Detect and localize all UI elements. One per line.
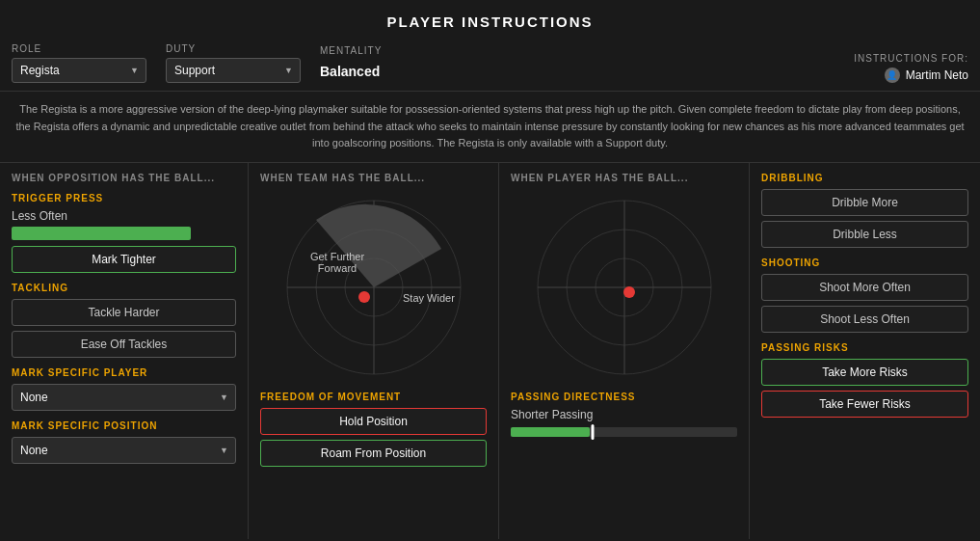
take-more-risks-button[interactable]: Take More Risks — [761, 359, 968, 386]
passing-bar-fill — [511, 427, 590, 437]
role-label: ROLE — [12, 43, 146, 54]
freedom-label: FREEDOM OF MOVEMENT — [260, 392, 487, 402]
left-column: WHEN OPPOSITION HAS THE BALL... TRIGGER … — [0, 163, 249, 539]
mark-tighter-button[interactable]: Mark Tighter — [12, 246, 236, 273]
instructions-for-group: INSTRUCTIONS FOR: 👤 Martim Neto — [854, 53, 968, 83]
mark-specific-position-select-box[interactable]: None — [12, 437, 236, 464]
center-column: WHEN PLAYER HAS THE BALL... PASSING DIRE… — [499, 163, 750, 539]
svg-text:Forward: Forward — [317, 262, 356, 274]
mentality-group: MENTALITY Balanced — [320, 45, 382, 83]
svg-text:Stay Wider: Stay Wider — [403, 292, 455, 304]
center-section-title: WHEN PLAYER HAS THE BALL... — [511, 173, 737, 183]
ease-off-tackles-button[interactable]: Ease Off Tackles — [12, 331, 236, 358]
player-name: 👤 Martim Neto — [885, 68, 968, 83]
shoot-more-often-button[interactable]: Shoot More Often — [761, 274, 968, 301]
middle-column: WHEN TEAM HAS THE BALL... Get Further Fo… — [249, 163, 499, 539]
middle-section-title: WHEN TEAM HAS THE BALL... — [260, 173, 487, 183]
role-select[interactable]: Regista — [12, 58, 146, 83]
mark-specific-position-wrapper: None — [12, 437, 236, 464]
main-content: WHEN OPPOSITION HAS THE BALL... TRIGGER … — [0, 163, 980, 539]
svg-point-18 — [623, 286, 635, 298]
trigger-press-header: TRIGGER PRESS — [12, 193, 236, 203]
passing-directness-label: PASSING DIRECTNESS — [511, 392, 737, 402]
shooting-section: SHOOTING Shoot More Often Shoot Less Oft… — [761, 257, 968, 333]
trigger-press-bar — [12, 227, 191, 240]
mark-specific-player-select-box[interactable]: None — [12, 384, 236, 411]
passing-bar-container — [511, 427, 737, 437]
trigger-press-value: Less Often — [12, 209, 236, 223]
right-column: DRIBBLING Dribble More Dribble Less SHOO… — [750, 163, 980, 539]
page-title: PLAYER INSTRUCTIONS — [0, 0, 980, 40]
player-ball-diagram — [511, 191, 737, 384]
role-group: ROLE Regista — [12, 43, 146, 83]
dribble-more-button[interactable]: Dribble More — [761, 189, 968, 216]
mentality-value: Balanced — [320, 60, 382, 83]
duty-label: DUTY — [166, 43, 301, 54]
left-section-title: WHEN OPPOSITION HAS THE BALL... — [12, 173, 236, 183]
player-avatar: 👤 — [885, 68, 900, 83]
mark-specific-position-select[interactable]: None — [12, 437, 236, 464]
duty-group: DUTY Support — [166, 43, 301, 83]
player-name-text: Martim Neto — [906, 68, 968, 82]
hold-position-button[interactable]: Hold Position — [260, 408, 487, 435]
shorter-passing-label: Shorter Passing — [511, 408, 737, 421]
svg-point-7 — [358, 291, 370, 303]
svg-text:Get Further: Get Further — [309, 251, 364, 262]
description-box: The Regista is a more aggressive version… — [0, 92, 980, 163]
duty-select-wrapper[interactable]: Support — [166, 58, 301, 83]
roam-from-position-button[interactable]: Roam From Position — [260, 440, 487, 467]
shoot-less-often-button[interactable]: Shoot Less Often — [761, 306, 968, 333]
mark-specific-player-header: MARK SPECIFIC PLAYER — [12, 367, 236, 378]
mark-specific-position-header: MARK SPECIFIC POSITION — [12, 420, 236, 431]
passing-bar-thumb[interactable] — [592, 424, 595, 440]
tackle-harder-button[interactable]: Tackle Harder — [12, 299, 236, 326]
passing-section: PASSING DIRECTNESS Shorter Passing — [511, 392, 737, 437]
top-bar: ROLE Regista DUTY Support MENTALITY Bala… — [0, 40, 980, 92]
description-text: The Regista is a more aggressive version… — [15, 103, 964, 149]
freedom-section: FREEDOM OF MOVEMENT Hold Position Roam F… — [260, 392, 487, 467]
mentality-label: MENTALITY — [320, 45, 382, 56]
passing-risks-header: PASSING RISKS — [761, 342, 968, 353]
mark-specific-player-select[interactable]: None — [12, 384, 236, 411]
dribbling-header: DRIBBLING — [761, 173, 968, 183]
role-select-wrapper[interactable]: Regista — [12, 58, 146, 83]
mark-specific-player-wrapper: None — [12, 384, 236, 411]
shooting-header: SHOOTING — [761, 257, 968, 268]
dribble-less-button[interactable]: Dribble Less — [761, 221, 968, 248]
duty-select[interactable]: Support — [166, 58, 301, 83]
dribbling-section: DRIBBLING Dribble More Dribble Less — [761, 173, 968, 248]
passing-risks-section: PASSING RISKS Take More Risks Take Fewer… — [761, 342, 968, 418]
take-fewer-risks-button[interactable]: Take Fewer Risks — [761, 391, 968, 418]
passing-bar-track — [511, 427, 737, 437]
instructions-for-label: INSTRUCTIONS FOR: — [854, 53, 968, 64]
team-ball-diagram: Get Further Forward Stay Wider — [260, 191, 487, 384]
tackling-header: TACKLING — [12, 283, 236, 293]
